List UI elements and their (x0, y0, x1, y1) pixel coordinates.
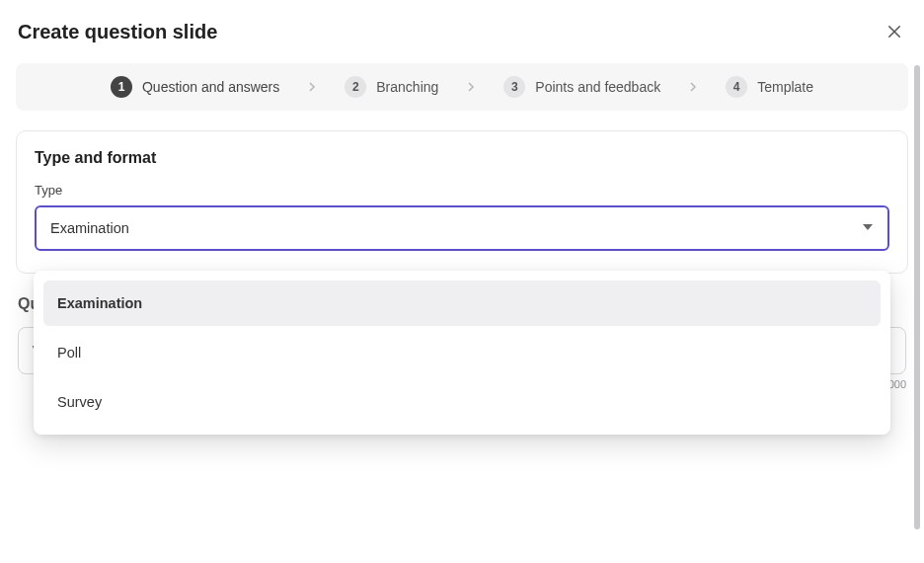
type-option-survey[interactable]: Survey (43, 379, 881, 425)
modal-title: Create question slide (18, 21, 217, 43)
scrollbar-thumb[interactable] (914, 65, 920, 529)
chevron-right-icon (466, 82, 476, 92)
type-dropdown: Examination Poll Survey (34, 271, 890, 435)
step-label: Points and feedback (535, 79, 660, 95)
step-3[interactable]: 3 Points and feedback (503, 76, 660, 98)
step-1[interactable]: 1 Question and answers (111, 76, 279, 98)
close-icon (886, 23, 903, 40)
chevron-right-icon (688, 82, 698, 92)
type-label: Type (35, 183, 889, 198)
step-label: Branching (376, 79, 438, 95)
step-number: 4 (726, 76, 747, 98)
step-number: 2 (345, 76, 366, 98)
close-button[interactable] (883, 20, 906, 43)
step-4[interactable]: 4 Template (726, 76, 813, 98)
step-number: 3 (503, 76, 525, 98)
type-option-examination[interactable]: Examination (43, 281, 881, 326)
svg-marker-2 (863, 224, 873, 230)
type-option-poll[interactable]: Poll (43, 330, 881, 375)
stepper: 1 Question and answers 2 Branching 3 Poi… (16, 63, 908, 111)
chevron-right-icon (307, 82, 317, 92)
caret-down-icon (862, 219, 874, 237)
modal-header: Create question slide (16, 20, 908, 43)
type-select-value: Examination (50, 220, 129, 236)
type-format-card: Type and format Type Examination (16, 130, 908, 274)
step-label: Question and answers (142, 79, 279, 95)
step-number: 1 (111, 76, 132, 98)
create-question-modal: Create question slide 1 Question and ans… (0, 0, 924, 563)
card-title: Type and format (35, 149, 889, 167)
step-2[interactable]: 2 Branching (345, 76, 438, 98)
type-select[interactable]: Examination (35, 205, 889, 251)
step-label: Template (757, 79, 813, 95)
